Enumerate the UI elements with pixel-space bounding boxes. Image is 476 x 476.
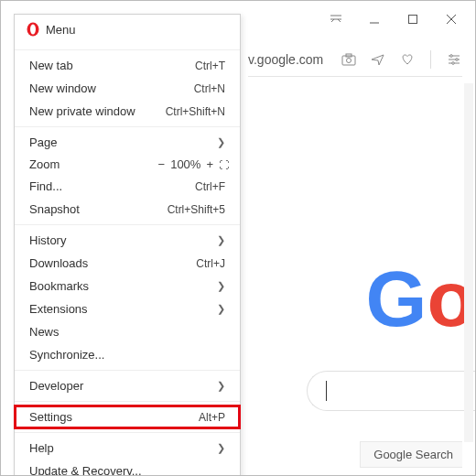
chevron-right-icon: ❯ — [217, 280, 225, 292]
menu-item-label: Update & Recovery... — [29, 464, 225, 476]
toolbar-divider — [248, 76, 462, 77]
zoom-out-icon[interactable]: − — [158, 157, 166, 171]
menu-item-downloads[interactable]: Downloads Ctrl+J — [15, 252, 240, 275]
menu-item-label: Find... — [29, 179, 195, 193]
menu-item-history[interactable]: History ❯ — [15, 229, 240, 252]
maximize-button[interactable] — [404, 10, 422, 28]
menu-item-zoom[interactable]: Zoom − 100% + ⛶ — [15, 154, 240, 175]
svg-point-9 — [30, 25, 36, 35]
menu-item-settings[interactable]: Settings Alt+P — [15, 406, 240, 428]
menu-item-accel: Ctrl+N — [194, 82, 225, 95]
chevron-right-icon: ❯ — [217, 380, 225, 392]
menu-item-accel: Ctrl+Shift+N — [166, 105, 225, 118]
chevron-right-icon: ❯ — [217, 234, 225, 246]
menu-separator — [15, 432, 240, 433]
menu-item-new-tab[interactable]: New tab Ctrl+T — [15, 54, 240, 77]
svg-rect-1 — [409, 16, 417, 24]
divider — [430, 50, 431, 69]
menu-item-label: Help — [29, 441, 210, 455]
google-logo: Go — [366, 254, 475, 344]
menu-item-label: New private window — [29, 104, 166, 118]
vertical-scrollbar[interactable] — [464, 83, 473, 442]
main-menu: Menu New tab Ctrl+T New window Ctrl+N Ne… — [14, 14, 241, 476]
svg-point-7 — [452, 62, 455, 65]
snapshot-icon[interactable] — [341, 51, 357, 68]
menu-item-accel: Ctrl+T — [195, 60, 225, 72]
menu-item-label: Settings — [29, 410, 199, 424]
menu-item-accel: Ctrl+Shift+5 — [168, 203, 225, 216]
svg-point-4 — [347, 59, 352, 63]
chevron-right-icon: ❯ — [217, 303, 225, 315]
menu-header: Menu — [15, 15, 240, 46]
send-icon[interactable] — [370, 51, 386, 68]
menu-separator — [15, 401, 240, 402]
minimize-button[interactable] — [365, 10, 384, 28]
zoom-value: 100% — [170, 157, 200, 171]
menu-item-label: Extensions — [29, 302, 210, 316]
url-text[interactable]: v.google.com — [248, 52, 328, 67]
svg-point-5 — [450, 55, 453, 58]
opera-logo-icon — [26, 22, 40, 37]
chevron-right-icon: ❯ — [217, 136, 225, 148]
menu-item-label: Synchronize... — [29, 348, 225, 362]
menu-separator — [15, 224, 240, 225]
menu-item-accel: Alt+P — [199, 411, 225, 424]
button-label: Google Search — [373, 448, 453, 461]
heart-icon[interactable] — [399, 51, 416, 68]
menu-item-label: History — [29, 233, 210, 247]
menu-item-label: News — [29, 325, 225, 339]
menu-separator — [15, 126, 240, 127]
chevron-right-icon: ❯ — [217, 442, 225, 454]
menu-item-label: Zoom — [29, 157, 153, 171]
menu-item-accel: Ctrl+J — [196, 257, 225, 270]
fullscreen-icon[interactable]: ⛶ — [219, 159, 229, 170]
svg-point-6 — [456, 59, 459, 61]
menu-item-find[interactable]: Find... Ctrl+F — [15, 175, 240, 198]
close-button[interactable] — [442, 10, 460, 28]
search-input[interactable] — [307, 371, 475, 411]
menu-item-new-window[interactable]: New window Ctrl+N — [15, 77, 240, 100]
menu-item-label: Downloads — [29, 256, 196, 270]
menu-item-label: New tab — [29, 59, 195, 72]
menu-item-help[interactable]: Help ❯ — [15, 437, 240, 460]
menu-separator — [15, 370, 240, 371]
logo-letter: G — [366, 254, 427, 344]
google-search-button[interactable]: Google Search — [360, 441, 462, 468]
menu-item-extensions[interactable]: Extensions ❯ — [15, 298, 240, 320]
menu-item-page[interactable]: Page ❯ — [15, 131, 240, 154]
menu-item-label: Developer — [29, 379, 210, 393]
menu-item-bookmarks[interactable]: Bookmarks ❯ — [15, 275, 240, 298]
zoom-in-icon[interactable]: + — [206, 157, 213, 171]
zoom-controls: − 100% + ⛶ — [158, 157, 229, 171]
menu-separator — [15, 49, 240, 50]
app-window: v.google.com Menu New tab Ctrl+T New win… — [0, 0, 476, 476]
page-content: Go — [248, 83, 475, 475]
menu-item-label: Page — [29, 135, 210, 149]
menu-item-snapshot[interactable]: Snapshot Ctrl+Shift+5 — [15, 198, 240, 221]
menu-item-accel: Ctrl+F — [195, 180, 225, 193]
settings-sliders-icon[interactable] — [446, 51, 462, 68]
menu-item-developer[interactable]: Developer ❯ — [15, 374, 240, 397]
address-bar: v.google.com — [248, 45, 475, 74]
menu-item-label: New window — [29, 81, 194, 95]
menu-title: Menu — [46, 23, 76, 37]
menu-item-news[interactable]: News — [15, 320, 240, 343]
text-caret — [326, 381, 327, 401]
menu-item-update[interactable]: Update & Recovery... — [15, 460, 240, 476]
menu-item-synchronize[interactable]: Synchronize... — [15, 343, 240, 366]
menu-item-label: Bookmarks — [29, 279, 210, 293]
menu-item-new-private[interactable]: New private window Ctrl+Shift+N — [15, 100, 240, 123]
menu-item-label: Snapshot — [29, 202, 168, 216]
tabs-overview-icon[interactable] — [327, 10, 345, 28]
